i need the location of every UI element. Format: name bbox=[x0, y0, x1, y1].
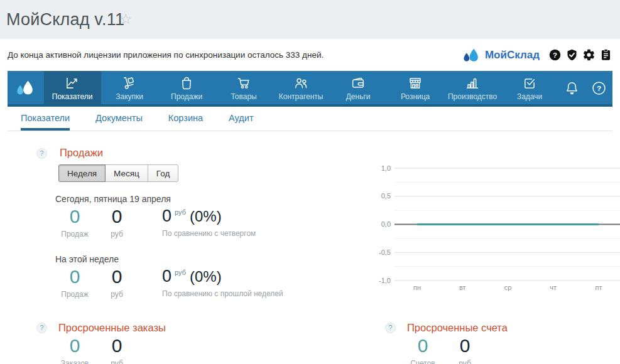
nav-home-logo[interactable] bbox=[8, 71, 44, 104]
factory-icon bbox=[464, 75, 481, 91]
checkbox-icon bbox=[521, 75, 538, 91]
nav-item-money[interactable]: Деньги bbox=[330, 71, 387, 104]
week-sales-count: 0 Продаж bbox=[55, 267, 94, 299]
overdue-invoices-amount-label: руб bbox=[459, 359, 471, 364]
overdue-invoices-count-value: 0 bbox=[418, 336, 428, 355]
sales-week-chart: 1,00,50,0-0,5-1,0пнвтсрчтпт bbox=[374, 160, 620, 294]
sales-help-icon[interactable]: ? bbox=[36, 148, 47, 159]
today-sales-amount: 0 руб bbox=[98, 206, 136, 238]
subtabs: ПоказателиДокументыКорзинаАудит bbox=[8, 107, 612, 131]
today-comparison: 0 руб (0%) По сравнению с четвергом bbox=[162, 206, 256, 238]
nav-item-label: Закупки bbox=[116, 92, 143, 101]
week-amount-value: 0 bbox=[112, 267, 122, 286]
gear-icon[interactable] bbox=[582, 48, 596, 62]
overdue-orders-help-icon[interactable]: ? bbox=[36, 323, 47, 333]
license-icons: ? bbox=[548, 48, 612, 62]
today-title: Сегодня, пятница 19 апреля bbox=[55, 194, 171, 204]
clipboard-icon[interactable] bbox=[599, 48, 612, 62]
notifications-bell-button[interactable] bbox=[558, 71, 585, 104]
week-count-value: 0 bbox=[70, 267, 80, 286]
svg-text:?: ? bbox=[597, 83, 601, 92]
period-button-month[interactable]: Месяц bbox=[105, 164, 148, 182]
week-title: На этой неделе bbox=[55, 254, 119, 264]
svg-text:-1,0: -1,0 bbox=[379, 277, 391, 284]
favorite-star-icon[interactable]: ☆ bbox=[119, 0, 133, 39]
period-toggle: НеделяМесяцГод bbox=[58, 164, 178, 182]
nav-item-label: Задачи bbox=[517, 92, 542, 101]
today-count-label: Продаж bbox=[61, 230, 88, 238]
nav-item-purchases[interactable]: Закупки bbox=[101, 71, 158, 104]
sales-section-title: Продажи bbox=[60, 147, 103, 159]
chart-trend-icon bbox=[64, 75, 80, 91]
app-window: МойСклад v.11 ☆ До конца активной лиценз… bbox=[0, 0, 620, 364]
svg-text:ср: ср bbox=[504, 284, 512, 291]
store-icon bbox=[407, 75, 423, 91]
period-button-week[interactable]: Неделя bbox=[58, 164, 106, 182]
svg-text:-0,5: -0,5 bbox=[379, 249, 391, 256]
svg-text:пн: пн bbox=[413, 284, 421, 291]
overdue-invoices-help-icon[interactable]: ? bbox=[385, 323, 396, 333]
nav-item-retail[interactable]: Розница bbox=[387, 71, 444, 104]
nav-drops-icon bbox=[14, 80, 37, 96]
brand-name: МойСклад bbox=[485, 49, 540, 62]
overdue-orders-count: 0 Заказов bbox=[55, 336, 94, 364]
week-delta-label: По сравнению с прошлой неделей bbox=[162, 289, 283, 298]
subtab-audit[interactable]: Аудит bbox=[229, 107, 253, 131]
nav-item-label: Производство bbox=[448, 92, 497, 101]
week-amount-label: руб bbox=[111, 290, 123, 299]
nav-item-tasks[interactable]: Задачи bbox=[501, 71, 558, 104]
svg-text:0,5: 0,5 bbox=[381, 192, 391, 200]
help-button[interactable]: ? bbox=[585, 71, 612, 104]
overdue-invoices-count-label: Счетов bbox=[410, 359, 435, 364]
overdue-invoices-amount: 0 руб bbox=[446, 336, 484, 364]
svg-text:?: ? bbox=[553, 51, 557, 59]
brand-drops-icon bbox=[461, 48, 482, 63]
nav-item-label: Деньги bbox=[346, 92, 371, 101]
shopping-bag-icon bbox=[178, 75, 195, 91]
nav-item-counterparties[interactable]: Контрагенты bbox=[273, 71, 330, 104]
nav-item-production[interactable]: Производство bbox=[444, 71, 501, 104]
week-comparison: 0 руб (0%) По сравнению с прошлой неделе… bbox=[162, 267, 283, 298]
today-amount-label: руб bbox=[111, 230, 123, 238]
nav-item-sales[interactable]: Продажи bbox=[158, 71, 215, 104]
overdue-orders-amount-value: 0 bbox=[112, 336, 122, 355]
week-delta-value: 0 bbox=[162, 267, 171, 286]
svg-text:1,0: 1,0 bbox=[381, 164, 391, 172]
brand-logo[interactable]: МойСклад bbox=[461, 48, 540, 63]
license-right-cluster: МойСклад ? bbox=[461, 39, 612, 71]
svg-text:пт: пт bbox=[596, 284, 602, 291]
week-delta-percent: (0%) bbox=[190, 267, 222, 286]
svg-text:0,0: 0,0 bbox=[381, 220, 391, 228]
week-count-label: Продаж bbox=[61, 290, 88, 299]
nav-items: ПоказателиЗакупкиПродажиТоварыКонтрагент… bbox=[44, 71, 558, 104]
today-delta-value: 0 bbox=[162, 206, 171, 226]
nav-item-label: Показатели bbox=[52, 92, 93, 101]
today-amount-value: 0 bbox=[112, 206, 122, 226]
help-circle-icon: ? bbox=[590, 80, 607, 96]
subtab-trash[interactable]: Корзина bbox=[168, 107, 203, 131]
overdue-orders-amount-label: руб bbox=[111, 359, 123, 364]
subtab-indicators[interactable]: Показатели bbox=[21, 107, 70, 131]
today-delta-percent: (0%) bbox=[190, 206, 222, 226]
svg-text:чт: чт bbox=[550, 284, 557, 291]
period-button-year[interactable]: Год bbox=[148, 164, 179, 182]
license-message: До конца активной лицензии приложения по… bbox=[8, 39, 324, 71]
main-navbar: ПоказателиЗакупкиПродажиТоварыКонтрагент… bbox=[8, 71, 612, 107]
help-solid-icon[interactable]: ? bbox=[548, 48, 562, 62]
shield-check-icon[interactable] bbox=[565, 48, 579, 62]
overdue-invoices-amount-value: 0 bbox=[460, 336, 470, 355]
subtab-documents[interactable]: Документы bbox=[95, 107, 143, 131]
today-delta-label: По сравнению с четвергом bbox=[162, 229, 256, 238]
people-icon bbox=[293, 75, 309, 91]
nav-item-indicators[interactable]: Показатели bbox=[44, 71, 101, 104]
sales-chart-svg: 1,00,50,0-0,5-1,0пнвтсрчтпт bbox=[374, 160, 620, 294]
overdue-invoices-count: 0 Счетов bbox=[403, 336, 442, 364]
today-count-value: 0 bbox=[70, 206, 80, 226]
wallet-icon bbox=[350, 75, 366, 91]
overdue-invoices-title: Просроченные счета bbox=[407, 322, 508, 334]
cart-icon bbox=[236, 75, 252, 91]
nav-item-goods[interactable]: Товары bbox=[215, 71, 273, 104]
svg-text:вт: вт bbox=[459, 284, 466, 291]
page-title: МойСклад v.11 bbox=[6, 0, 124, 39]
overdue-orders-amount: 0 руб bbox=[98, 336, 136, 364]
